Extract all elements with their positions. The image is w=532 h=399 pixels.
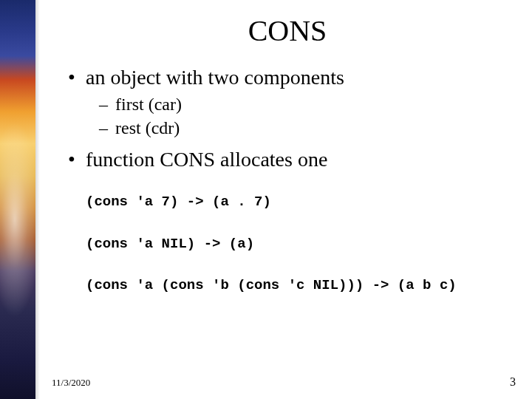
code-line: (cons 'a 7) -> (a . 7): [65, 194, 510, 211]
sub-bullet-list: first (car) rest (cdr): [86, 92, 510, 140]
bullet-text: function CONS allocates one: [86, 148, 327, 171]
sub-bullet-item: rest (cdr): [115, 116, 510, 140]
sub-bullet-item: first (car): [115, 92, 510, 116]
slide-content: CONS an object with two components first…: [43, 0, 532, 399]
decorative-sidebar: [0, 0, 35, 399]
bullet-text: an object with two components: [86, 66, 344, 89]
slide-title: CONS: [65, 13, 510, 48]
code-line: (cons 'a NIL) -> (a): [65, 236, 510, 253]
footer-date: 11/3/2020: [52, 377, 90, 389]
bullet-list: an object with two components first (car…: [65, 66, 510, 171]
bullet-item: an object with two components first (car…: [86, 66, 510, 140]
decorative-sidebar-shadow: [35, 0, 40, 399]
footer-page-number: 3: [510, 375, 516, 389]
bullet-item: function CONS allocates one: [86, 148, 510, 171]
code-line: (cons 'a (cons 'b (cons 'c NIL))) -> (a …: [65, 277, 510, 294]
